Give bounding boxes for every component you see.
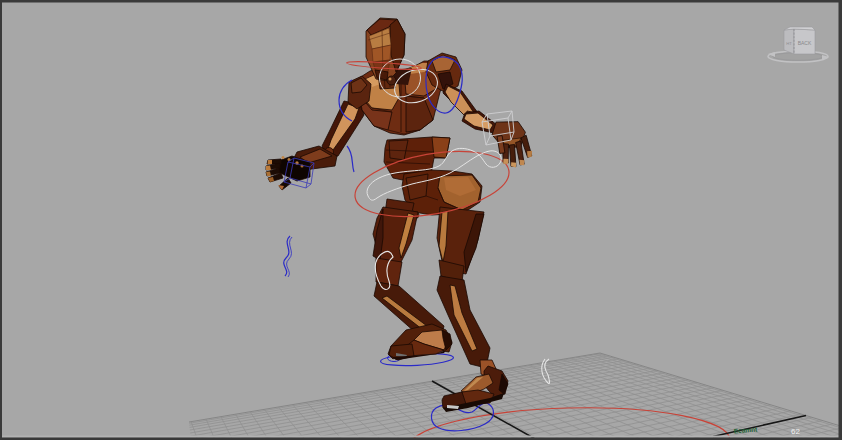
svg-text:BACK: BACK bbox=[798, 40, 812, 46]
svg-text:62: 62 bbox=[791, 427, 800, 436]
svg-text:HT: HT bbox=[786, 41, 792, 46]
